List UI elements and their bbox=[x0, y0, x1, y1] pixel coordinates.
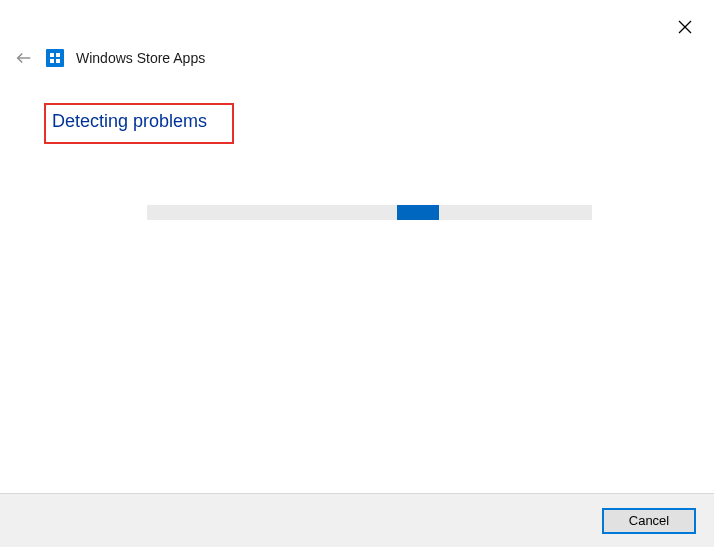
back-arrow-icon bbox=[15, 49, 33, 67]
store-icon bbox=[46, 49, 64, 67]
svg-rect-4 bbox=[56, 53, 60, 57]
svg-rect-5 bbox=[50, 59, 54, 63]
close-button[interactable] bbox=[676, 18, 694, 36]
footer: Cancel bbox=[0, 493, 714, 547]
status-text: Detecting problems bbox=[52, 111, 220, 132]
status-highlight-box: Detecting problems bbox=[44, 103, 234, 144]
svg-rect-3 bbox=[50, 53, 54, 57]
header: Windows Store Apps bbox=[14, 48, 205, 68]
back-button[interactable] bbox=[14, 48, 34, 68]
progress-fill bbox=[397, 205, 439, 220]
svg-rect-6 bbox=[56, 59, 60, 63]
window-title: Windows Store Apps bbox=[76, 50, 205, 66]
cancel-button[interactable]: Cancel bbox=[602, 508, 696, 534]
close-icon bbox=[678, 20, 692, 34]
progress-bar bbox=[147, 205, 592, 220]
